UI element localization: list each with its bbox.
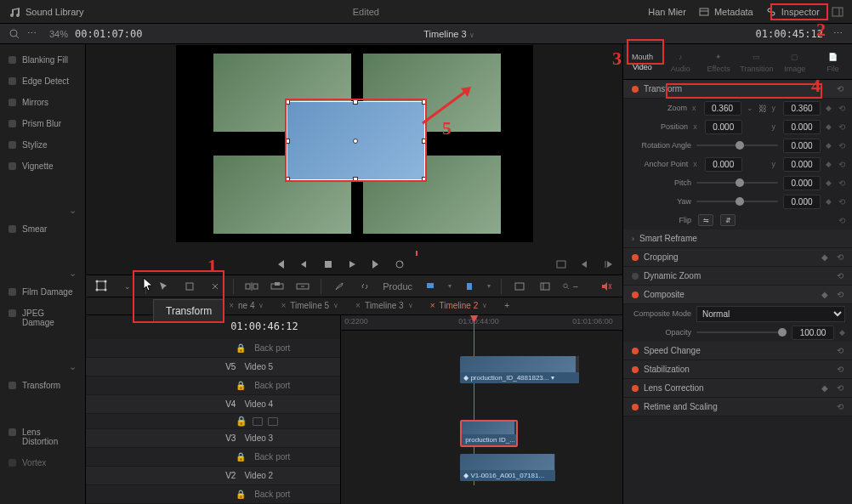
- position-y-input[interactable]: [783, 120, 821, 134]
- effect-transform[interactable]: Transform: [0, 375, 85, 396]
- clip[interactable]: ◆ V1-0016_A001_07181...: [460, 454, 555, 481]
- record-timecode[interactable]: 01:00:45:12: [756, 28, 823, 40]
- timeline-tab[interactable]: ×Timeline 3∨: [349, 297, 420, 314]
- prev-frame-button[interactable]: [298, 258, 311, 271]
- track-icons[interactable]: 🔒: [86, 414, 340, 429]
- section-speed-change[interactable]: Speed Change⟲: [623, 342, 852, 360]
- keyframe-button[interactable]: ◆: [821, 383, 828, 393]
- next-edit-button[interactable]: [602, 258, 616, 271]
- next-frame-button[interactable]: [369, 258, 383, 271]
- reset-icon[interactable]: ⟲: [838, 160, 845, 169]
- timeline-timecode[interactable]: 01:00:46:12: [230, 320, 298, 332]
- anchor-y-input[interactable]: [783, 157, 821, 172]
- lock-icon[interactable]: 🔒: [236, 343, 246, 353]
- timeline-tab[interactable]: ×ne 4∨: [222, 297, 270, 314]
- effect-vignette[interactable]: Vignette: [0, 156, 85, 177]
- enable-dot[interactable]: [632, 385, 639, 392]
- track-sub[interactable]: 🔒Back port: [86, 448, 340, 467]
- inspector-tab-effects[interactable]: ✦Effects: [700, 44, 738, 79]
- lock-icon[interactable]: 🔒: [236, 416, 247, 427]
- keyframe-button[interactable]: ◆: [821, 290, 828, 299]
- reset-icon[interactable]: ⟲: [838, 178, 845, 188]
- track-header-v4[interactable]: V4Video 4: [86, 395, 340, 414]
- effect-vortex[interactable]: Vortex: [0, 452, 85, 473]
- effect-mirrors[interactable]: Mirrors: [0, 92, 85, 113]
- marker-button[interactable]: [462, 279, 477, 294]
- opacity-input[interactable]: [792, 326, 834, 340]
- play-button[interactable]: [345, 258, 359, 271]
- link-icon[interactable]: ⛓: [758, 104, 767, 113]
- viewer-selected-clip[interactable]: [287, 101, 425, 180]
- chevron-down-icon[interactable]: ⌄: [0, 359, 85, 375]
- inspector-tab-transition[interactable]: ▭Transition: [737, 44, 775, 79]
- timeline-tracks-area[interactable]: 0:2200 01:00:44:00 01:01:06:00 ◆ product…: [341, 315, 622, 504]
- zoom-percent[interactable]: 34%: [49, 29, 68, 39]
- source-timecode[interactable]: 00:01:07:00: [75, 28, 142, 40]
- section-cropping[interactable]: Cropping◆⟲: [623, 248, 852, 267]
- section-retime[interactable]: Retime and Scaling⟲: [623, 398, 852, 416]
- section-stabilization[interactable]: Stabilization⟲: [623, 360, 852, 379]
- search-icon[interactable]: [9, 28, 20, 40]
- position-x-input[interactable]: [705, 120, 742, 134]
- enable-dot[interactable]: [632, 366, 639, 373]
- enable-dot[interactable]: [632, 273, 639, 280]
- keyframe-button[interactable]: ◆: [826, 122, 832, 131]
- reset-icon[interactable]: ⟲: [838, 122, 845, 132]
- effect-smear[interactable]: Smear: [0, 218, 85, 240]
- anchor-x-input[interactable]: [705, 157, 742, 172]
- pitch-slider[interactable]: [696, 182, 778, 184]
- reset-icon[interactable]: ⟲: [838, 216, 845, 225]
- timeline-tab-active[interactable]: ×Timeline 2∨: [423, 297, 495, 314]
- link-tool[interactable]: [357, 279, 372, 294]
- section-lens-correction[interactable]: Lens Correction◆⟲: [623, 379, 852, 398]
- rotation-slider[interactable]: [696, 144, 778, 146]
- keyframe-button[interactable]: ◆: [839, 328, 845, 337]
- pitch-input[interactable]: [783, 176, 821, 190]
- prev-edit-button[interactable]: [578, 258, 592, 271]
- track-toggle-icon[interactable]: [253, 417, 263, 426]
- section-smart-reframe[interactable]: ›Smart Reframe: [623, 229, 852, 248]
- timeline-tab[interactable]: ×Timeline 5∨: [274, 297, 345, 314]
- section-composite[interactable]: Composite◆⟲: [623, 286, 852, 304]
- flip-h-button[interactable]: ⇋: [698, 214, 713, 226]
- yaw-input[interactable]: [783, 195, 821, 209]
- expand-panel-icon[interactable]: [832, 6, 843, 18]
- keyframe-button[interactable]: ◆: [826, 141, 832, 150]
- viewer[interactable]: [86, 44, 622, 244]
- zoom-x-input[interactable]: [704, 101, 741, 116]
- trim-tool[interactable]: [182, 279, 197, 294]
- reset-icon[interactable]: ⟲: [837, 84, 843, 93]
- yaw-slider[interactable]: [696, 201, 778, 202]
- effect-lens-distortion[interactable]: Lens Distortion: [0, 422, 85, 452]
- inspector-tab-file[interactable]: 📄File: [814, 44, 852, 79]
- reset-icon[interactable]: ⟲: [837, 346, 843, 355]
- add-timeline-tab[interactable]: +: [497, 297, 516, 314]
- reset-icon[interactable]: ⟲: [837, 383, 843, 393]
- zoom-detail-button[interactable]: [537, 279, 553, 294]
- flag-button[interactable]: [423, 279, 438, 294]
- effect-stylize[interactable]: Stylize: [0, 134, 85, 156]
- track-header-v2[interactable]: V2Video 2: [86, 467, 340, 485]
- clip-selected[interactable]: production ID_...: [460, 420, 518, 447]
- viewer-canvas[interactable]: [176, 45, 533, 242]
- reset-icon[interactable]: ⟲: [837, 402, 843, 411]
- keyframe-button[interactable]: ◆: [826, 160, 832, 168]
- keyframe-button[interactable]: ◆: [826, 178, 832, 187]
- match-frame-button[interactable]: [554, 258, 568, 271]
- effect-film-damage[interactable]: Film Damage: [0, 281, 85, 303]
- viewer-options-icon[interactable]: ⋯: [832, 28, 843, 40]
- transform-dropdown[interactable]: ⌄: [120, 279, 135, 294]
- zoom-to-fit-button[interactable]: [512, 279, 527, 294]
- composite-mode-select[interactable]: Normal: [696, 306, 845, 322]
- effect-blanking-fill[interactable]: Blanking Fill: [0, 49, 85, 71]
- section-dynamic-zoom[interactable]: Dynamic Zoom⟲: [623, 267, 852, 286]
- viewer-scrubber[interactable]: [86, 244, 622, 254]
- track-sub[interactable]: 🔒Back port: [86, 339, 340, 358]
- enable-dot[interactable]: [632, 86, 639, 93]
- timeline-name[interactable]: Timeline 3 ∨: [143, 29, 756, 39]
- keyframe-button[interactable]: ◆: [826, 197, 832, 206]
- effect-jpeg-damage[interactable]: JPEG Damage: [0, 303, 85, 333]
- reset-icon[interactable]: ⟲: [837, 365, 843, 374]
- reset-icon[interactable]: ⟲: [838, 141, 845, 150]
- reset-icon[interactable]: ⟲: [837, 271, 843, 280]
